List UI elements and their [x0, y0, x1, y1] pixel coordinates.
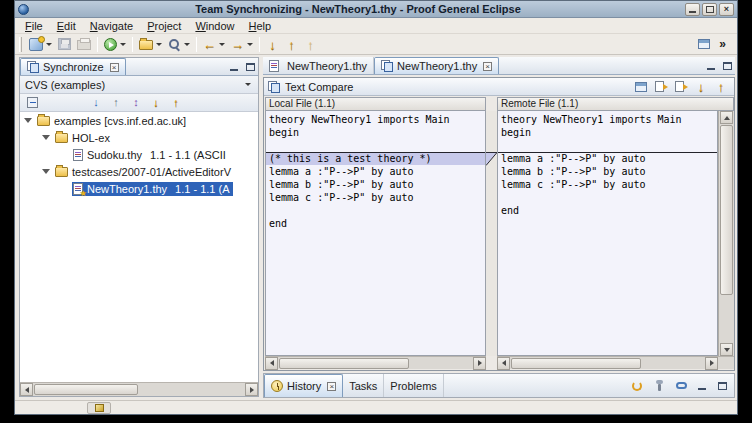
scrollbar-thumb[interactable] — [720, 125, 733, 295]
scrollbar-thumb[interactable] — [279, 358, 409, 369]
both-arrow-icon: ↕ — [133, 97, 139, 108]
local-horizontal-scrollbar[interactable] — [265, 356, 486, 369]
tree-item-newtheory1[interactable]: ★ NewTheory1.thy 1.1 - 1.1 (A — [20, 180, 258, 197]
arrow-up-icon: ↑ — [718, 80, 725, 93]
code-line: begin — [266, 126, 485, 139]
update-all-button[interactable]: ↓ — [147, 95, 165, 111]
back-button[interactable]: ← — [200, 35, 228, 54]
menu-window[interactable]: Window — [188, 19, 241, 33]
commit-all-button[interactable]: ↑ — [167, 95, 185, 111]
tree-item-label: Sudoku.thy — [87, 149, 142, 161]
scrollbar-track[interactable] — [510, 357, 705, 370]
code-line: end — [498, 204, 717, 217]
local-file-pane[interactable]: theory NewTheory1 imports Main begin (* … — [265, 111, 486, 356]
titlebar[interactable]: Team Synchronizing - NewTheory1.thy - Pr… — [15, 1, 737, 18]
print-button[interactable] — [74, 35, 94, 54]
incoming-mode-button[interactable]: ↓ — [87, 95, 105, 111]
close-icon[interactable]: × — [110, 63, 119, 72]
app-window: Team Synchronizing - NewTheory1.thy - Pr… — [14, 0, 738, 415]
refresh-button[interactable] — [628, 378, 646, 394]
tree-item-hol-ex[interactable]: HOL-ex — [20, 129, 258, 146]
expander-icon[interactable] — [42, 169, 50, 174]
scroll-right-icon[interactable] — [245, 383, 258, 396]
arrow-down-icon: ↓ — [269, 38, 276, 51]
maximize-view-icon[interactable] — [714, 379, 730, 393]
last-edit-location-button[interactable]: ↑ — [301, 35, 320, 54]
folder-icon — [37, 116, 50, 126]
copy-current-left-to-right-button[interactable] — [672, 79, 690, 95]
both-mode-button[interactable]: ↕ — [127, 95, 145, 111]
copy-all-left-to-right-button[interactable] — [652, 79, 670, 95]
compare-settings-button[interactable] — [632, 79, 650, 95]
scrollbar-thumb[interactable] — [34, 384, 138, 395]
scroll-left-icon[interactable] — [20, 383, 33, 396]
toolbar-overflow-button[interactable]: » — [713, 35, 732, 54]
minimize-view-icon[interactable] — [226, 60, 242, 74]
scroll-left-icon[interactable] — [265, 357, 278, 370]
menu-navigate[interactable]: Navigate — [83, 19, 140, 33]
scrollbar-corner — [718, 356, 734, 369]
tab-problems[interactable]: Problems — [384, 374, 443, 397]
menu-help[interactable]: Help — [242, 19, 279, 33]
arrow-down-icon: ↓ — [698, 80, 705, 93]
code-line: lemma c :"P-->P" by auto — [498, 178, 717, 191]
outgoing-mode-button[interactable]: ↑ — [107, 95, 125, 111]
pin-button[interactable] — [650, 378, 668, 394]
menu-edit[interactable]: Edit — [50, 19, 83, 33]
menu-file[interactable]: File — [18, 19, 50, 33]
remote-horizontal-scrollbar[interactable] — [497, 356, 718, 369]
minimize-view-icon[interactable] — [694, 379, 710, 393]
forward-button[interactable]: → — [228, 35, 256, 54]
tree-item-sudoku[interactable]: Sudoku.thy 1.1 - 1.1 (ASCII — [20, 146, 258, 163]
scroll-up-icon[interactable] — [720, 111, 733, 124]
maximize-view-icon[interactable] — [719, 59, 735, 73]
close-icon[interactable]: × — [483, 62, 492, 71]
scrollbar-track[interactable] — [33, 383, 245, 396]
tab-history[interactable]: History × — [264, 374, 343, 397]
compare-vertical-scrollbar[interactable] — [718, 111, 734, 356]
tree-item-examples[interactable]: examples [cvs.inf.ed.ac.uk] — [20, 112, 258, 129]
link-icon — [676, 382, 687, 389]
next-difference-button[interactable]: ↓ — [263, 35, 282, 54]
next-change-button[interactable]: ↓ — [692, 79, 710, 95]
new-button[interactable] — [26, 35, 55, 54]
scroll-down-icon[interactable] — [720, 343, 733, 356]
editor-tab-newtheory1[interactable]: NewTheory1.thy — [263, 57, 374, 74]
view-menu-icon[interactable] — [239, 78, 253, 92]
expander-icon[interactable] — [24, 118, 32, 123]
collapse-all-button[interactable] — [23, 95, 41, 111]
scroll-right-icon[interactable] — [705, 357, 718, 370]
collapse-all-icon — [27, 97, 38, 108]
scrollbar-track[interactable] — [278, 357, 473, 370]
tab-synchronize[interactable]: Synchronize × — [20, 58, 126, 75]
minimize-view-icon[interactable] — [703, 59, 719, 73]
tab-tasks[interactable]: Tasks — [343, 374, 384, 397]
close-icon[interactable]: × — [327, 382, 336, 391]
pin-editor-button[interactable] — [694, 35, 713, 54]
link-with-editor-button[interactable] — [672, 378, 690, 394]
menu-project[interactable]: Project — [140, 19, 188, 33]
previous-difference-button[interactable]: ↑ — [282, 35, 301, 54]
remote-file-header: Remote File (1.1) — [497, 97, 734, 111]
tree-item-testcases[interactable]: testcases/2007-01/ActiveEditorV — [20, 163, 258, 180]
dropdown-icon — [184, 43, 190, 46]
maximize-view-icon[interactable] — [242, 60, 258, 74]
incoming-arrow-icon: ↓ — [93, 97, 99, 108]
scrollbar-track[interactable] — [719, 124, 734, 343]
previous-change-button[interactable]: ↑ — [712, 79, 730, 95]
open-folder-button[interactable] — [136, 35, 165, 54]
minimize-button[interactable] — [685, 3, 700, 16]
run-button[interactable] — [101, 35, 129, 54]
editor-tab-newtheory1-compare[interactable]: NewTheory1.thy × — [374, 57, 499, 74]
maximize-button[interactable] — [702, 3, 717, 16]
save-button[interactable] — [55, 35, 74, 54]
scroll-right-icon[interactable] — [473, 357, 486, 370]
tree-horizontal-scrollbar[interactable] — [20, 382, 258, 396]
search-button[interactable] — [165, 35, 193, 54]
remote-file-pane[interactable]: theory NewTheory1 imports Main begin lem… — [497, 111, 718, 356]
close-button[interactable]: × — [719, 3, 734, 16]
scrollbar-thumb[interactable] — [511, 358, 641, 369]
expander-icon[interactable] — [42, 135, 50, 140]
dropdown-icon — [46, 43, 52, 46]
scroll-left-icon[interactable] — [497, 357, 510, 370]
